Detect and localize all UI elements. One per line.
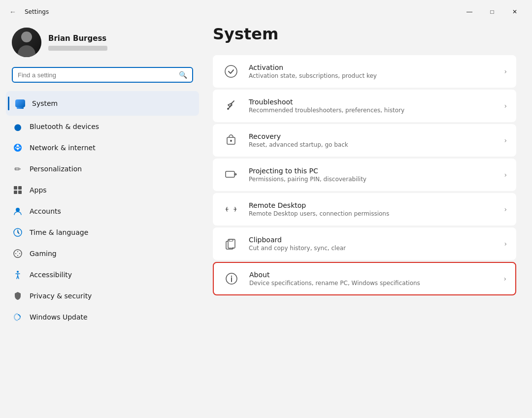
bluetooth-icon: ● bbox=[13, 122, 23, 131]
maximize-button[interactable]: □ bbox=[481, 4, 503, 20]
activation-icon bbox=[222, 63, 240, 80]
active-indicator bbox=[8, 96, 9, 110]
svg-rect-3 bbox=[18, 191, 22, 194]
back-button[interactable]: ← bbox=[6, 5, 20, 19]
sidebar-item-label-privacy: Privacy & security bbox=[30, 292, 92, 300]
sidebar-item-label-personalization: Personalization bbox=[30, 165, 82, 173]
activation-chevron: › bbox=[504, 67, 507, 75]
remote-desktop-desc: Remote Desktop users, connection permiss… bbox=[249, 210, 495, 217]
sidebar-item-apps[interactable]: Apps bbox=[6, 180, 199, 200]
remote-desktop-icon bbox=[222, 200, 240, 218]
svg-point-8 bbox=[17, 251, 18, 252]
apps-icon bbox=[13, 185, 23, 195]
troubleshoot-desc: Recommended troubleshooters, preferences… bbox=[249, 107, 495, 114]
app-container: Brian Burgess 🔍 System ● Bluetooth & dev… bbox=[0, 20, 532, 418]
close-button[interactable]: ✕ bbox=[503, 4, 526, 20]
svg-point-6 bbox=[14, 250, 22, 257]
svg-rect-2 bbox=[14, 191, 17, 194]
projecting-text: Projecting to this PC Permissions, pairi… bbox=[249, 167, 495, 183]
sidebar-item-personalization[interactable]: ✏️ Personalization bbox=[6, 159, 199, 179]
settings-item-projecting[interactable]: Projecting to this PC Permissions, pairi… bbox=[213, 159, 516, 191]
personalization-icon: ✏️ bbox=[13, 164, 23, 174]
about-desc: Device specifications, rename PC, Window… bbox=[249, 280, 495, 287]
nav-list: System ● Bluetooth & devices Network & i… bbox=[6, 91, 199, 328]
settings-item-remote-desktop[interactable]: Remote Desktop Remote Desktop users, con… bbox=[213, 193, 516, 225]
clipboard-icon bbox=[222, 235, 240, 253]
sidebar-item-label-bluetooth: Bluetooth & devices bbox=[30, 123, 99, 130]
sidebar-item-label-accounts: Accounts bbox=[30, 207, 61, 215]
network-icon bbox=[13, 143, 23, 153]
sidebar-item-label-update: Windows Update bbox=[30, 313, 88, 321]
sidebar-item-accessibility[interactable]: Accessibility bbox=[6, 264, 199, 285]
clipboard-desc: Cut and copy history, sync, clear bbox=[249, 245, 495, 252]
remote-desktop-chevron: › bbox=[504, 205, 507, 213]
activation-desc: Activation state, subscriptions, product… bbox=[249, 72, 495, 79]
svg-point-11 bbox=[17, 271, 19, 273]
sidebar-item-network[interactable]: Network & internet bbox=[6, 137, 199, 158]
activation-text: Activation Activation state, subscriptio… bbox=[249, 64, 495, 79]
title-bar: ← Settings — □ ✕ bbox=[0, 0, 532, 20]
clipboard-chevron: › bbox=[504, 240, 507, 248]
minimize-button[interactable]: — bbox=[458, 4, 481, 20]
remote-desktop-title: Remote Desktop bbox=[249, 201, 495, 209]
svg-point-4 bbox=[16, 208, 20, 212]
clipboard-text: Clipboard Cut and copy history, sync, cl… bbox=[249, 236, 495, 252]
user-profile: Brian Burgess bbox=[6, 20, 199, 67]
recovery-title: Recovery bbox=[249, 132, 495, 140]
privacy-icon bbox=[13, 291, 23, 301]
accounts-icon bbox=[13, 206, 23, 216]
sidebar-item-label-time: Time & language bbox=[30, 228, 88, 236]
title-bar-left: ← Settings bbox=[6, 5, 49, 19]
clipboard-title: Clipboard bbox=[249, 236, 495, 244]
svg-point-7 bbox=[15, 253, 16, 254]
settings-item-clipboard[interactable]: Clipboard Cut and copy history, sync, cl… bbox=[213, 227, 516, 260]
recovery-icon bbox=[222, 131, 240, 149]
svg-rect-1 bbox=[18, 186, 22, 190]
gaming-icon bbox=[13, 249, 23, 258]
settings-item-recovery[interactable]: Recovery Reset, advanced startup, go bac… bbox=[213, 124, 516, 157]
search-box[interactable]: 🔍 bbox=[12, 67, 193, 83]
about-icon bbox=[223, 270, 240, 288]
troubleshoot-icon bbox=[222, 97, 240, 115]
main-content: System Activation Activation state, subs… bbox=[203, 20, 526, 412]
app-title: Settings bbox=[25, 8, 49, 15]
recovery-chevron: › bbox=[504, 136, 507, 144]
svg-point-12 bbox=[225, 65, 237, 77]
remote-desktop-text: Remote Desktop Remote Desktop users, con… bbox=[249, 201, 495, 217]
svg-point-15 bbox=[230, 140, 232, 142]
settings-item-about[interactable]: About Device specifications, rename PC, … bbox=[213, 262, 516, 295]
accessibility-icon bbox=[13, 270, 23, 280]
projecting-chevron: › bbox=[504, 171, 507, 179]
time-icon bbox=[13, 227, 23, 237]
user-name: Brian Burgess bbox=[48, 34, 107, 43]
sidebar-item-accounts[interactable]: Accounts bbox=[6, 201, 199, 222]
recovery-desc: Reset, advanced startup, go back bbox=[249, 141, 495, 148]
avatar bbox=[12, 28, 41, 57]
user-detail-bar bbox=[48, 46, 107, 51]
search-icon: 🔍 bbox=[179, 71, 187, 79]
recovery-text: Recovery Reset, advanced startup, go bac… bbox=[249, 132, 495, 148]
settings-item-troubleshoot[interactable]: Troubleshoot Recommended troubleshooters… bbox=[213, 90, 516, 122]
sidebar: Brian Burgess 🔍 System ● Bluetooth & dev… bbox=[6, 20, 203, 412]
sidebar-item-update[interactable]: Windows Update bbox=[6, 307, 199, 327]
settings-list: Activation Activation state, subscriptio… bbox=[213, 55, 516, 295]
sidebar-item-label-accessibility: Accessibility bbox=[30, 271, 72, 279]
troubleshoot-text: Troubleshoot Recommended troubleshooters… bbox=[249, 98, 495, 114]
sidebar-item-time[interactable]: Time & language bbox=[6, 222, 199, 243]
activation-title: Activation bbox=[249, 64, 495, 71]
user-info: Brian Burgess bbox=[48, 34, 107, 51]
svg-rect-0 bbox=[14, 186, 17, 190]
svg-point-13 bbox=[227, 108, 229, 110]
about-chevron: › bbox=[503, 275, 506, 283]
avatar-image bbox=[12, 28, 41, 57]
troubleshoot-title: Troubleshoot bbox=[249, 98, 495, 106]
sidebar-item-gaming[interactable]: Gaming bbox=[6, 243, 199, 264]
sidebar-item-label-apps: Apps bbox=[30, 186, 47, 194]
sidebar-item-privacy[interactable]: Privacy & security bbox=[6, 286, 199, 306]
projecting-desc: Permissions, pairing PIN, discoverabilit… bbox=[249, 176, 495, 183]
settings-item-activation[interactable]: Activation Activation state, subscriptio… bbox=[213, 55, 516, 88]
sidebar-item-system[interactable]: System bbox=[6, 91, 199, 116]
sidebar-item-bluetooth[interactable]: ● Bluetooth & devices bbox=[6, 116, 199, 137]
search-input[interactable] bbox=[18, 71, 175, 79]
svg-point-19 bbox=[231, 276, 232, 277]
